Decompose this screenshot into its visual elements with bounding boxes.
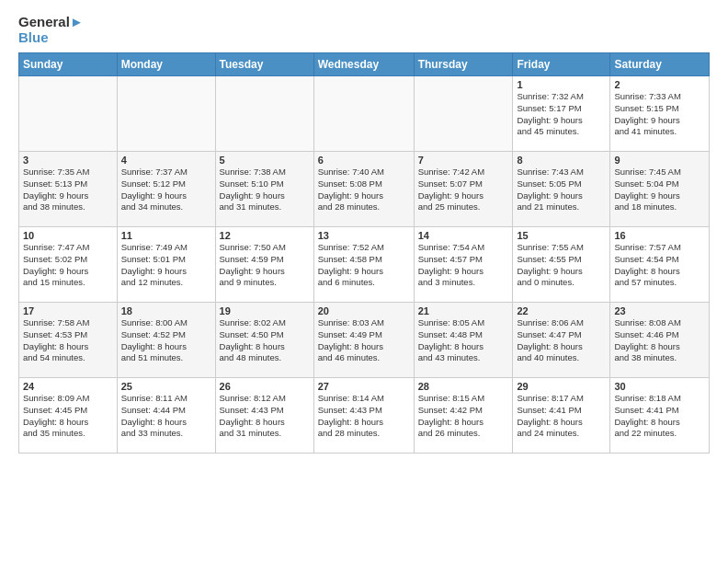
page: General► Blue SundayMondayTuesdayWednesd… (0, 0, 728, 463)
day-number: 2 (614, 79, 705, 90)
day-info: Sunrise: 7:45 AM Sunset: 5:04 PM Dayligh… (614, 167, 705, 213)
weekday-header: Thursday (414, 53, 513, 76)
day-number: 16 (614, 230, 705, 241)
calendar-header-row: SundayMondayTuesdayWednesdayThursdayFrid… (19, 53, 710, 76)
day-info: Sunrise: 7:52 AM Sunset: 4:58 PM Dayligh… (318, 242, 410, 289)
weekday-header: Saturday (610, 53, 710, 76)
calendar-week-row: 3Sunrise: 7:35 AM Sunset: 5:13 PM Daylig… (19, 152, 710, 227)
day-number: 24 (23, 381, 113, 392)
day-info: Sunrise: 7:43 AM Sunset: 5:05 PM Dayligh… (517, 167, 606, 213)
weekday-header: Sunday (19, 53, 118, 76)
day-number: 13 (318, 230, 410, 241)
calendar-cell: 9Sunrise: 7:45 AM Sunset: 5:04 PM Daylig… (610, 152, 710, 227)
calendar-cell: 24Sunrise: 8:09 AM Sunset: 4:45 PM Dayli… (19, 378, 118, 454)
day-number: 11 (121, 230, 211, 241)
calendar-cell: 19Sunrise: 8:02 AM Sunset: 4:50 PM Dayli… (215, 303, 313, 378)
calendar-cell (19, 76, 118, 152)
calendar-week-row: 1Sunrise: 7:32 AM Sunset: 5:17 PM Daylig… (19, 76, 710, 152)
calendar-cell: 28Sunrise: 8:15 AM Sunset: 4:42 PM Dayli… (414, 378, 513, 454)
calendar-cell: 20Sunrise: 8:03 AM Sunset: 4:49 PM Dayli… (313, 303, 414, 378)
weekday-header: Monday (117, 53, 215, 76)
day-info: Sunrise: 8:11 AM Sunset: 4:44 PM Dayligh… (121, 393, 211, 440)
calendar-cell (414, 76, 513, 152)
day-info: Sunrise: 8:09 AM Sunset: 4:45 PM Dayligh… (23, 393, 113, 440)
calendar-cell (313, 76, 414, 152)
day-number: 17 (23, 305, 113, 316)
calendar-cell: 3Sunrise: 7:35 AM Sunset: 5:13 PM Daylig… (19, 152, 118, 227)
day-info: Sunrise: 7:32 AM Sunset: 5:17 PM Dayligh… (517, 91, 606, 138)
day-number: 7 (418, 155, 509, 166)
calendar-cell: 25Sunrise: 8:11 AM Sunset: 4:44 PM Dayli… (117, 378, 215, 454)
day-info: Sunrise: 7:33 AM Sunset: 5:15 PM Dayligh… (614, 91, 705, 138)
day-number: 27 (318, 381, 410, 392)
day-number: 23 (614, 305, 705, 316)
day-number: 26 (220, 381, 310, 392)
day-number: 6 (318, 155, 410, 166)
logo-line1: General► (18, 15, 84, 30)
calendar-cell: 29Sunrise: 8:17 AM Sunset: 4:41 PM Dayli… (513, 378, 610, 454)
day-info: Sunrise: 7:54 AM Sunset: 4:57 PM Dayligh… (418, 242, 509, 289)
header: General► Blue (18, 15, 710, 45)
day-info: Sunrise: 7:55 AM Sunset: 4:55 PM Dayligh… (517, 242, 606, 289)
day-info: Sunrise: 7:37 AM Sunset: 5:12 PM Dayligh… (121, 167, 211, 213)
day-info: Sunrise: 8:18 AM Sunset: 4:41 PM Dayligh… (614, 393, 705, 440)
calendar-week-row: 10Sunrise: 7:47 AM Sunset: 5:02 PM Dayli… (19, 227, 710, 303)
day-info: Sunrise: 8:15 AM Sunset: 4:42 PM Dayligh… (418, 393, 509, 440)
calendar-cell (117, 76, 215, 152)
day-info: Sunrise: 8:05 AM Sunset: 4:48 PM Dayligh… (418, 317, 509, 364)
day-info: Sunrise: 8:00 AM Sunset: 4:52 PM Dayligh… (121, 317, 211, 364)
weekday-header: Friday (513, 53, 610, 76)
calendar-cell: 22Sunrise: 8:06 AM Sunset: 4:47 PM Dayli… (513, 303, 610, 378)
calendar-cell (215, 76, 313, 152)
day-info: Sunrise: 8:06 AM Sunset: 4:47 PM Dayligh… (517, 317, 606, 364)
day-number: 29 (517, 381, 606, 392)
day-info: Sunrise: 7:38 AM Sunset: 5:10 PM Dayligh… (220, 167, 310, 213)
day-info: Sunrise: 8:03 AM Sunset: 4:49 PM Dayligh… (318, 317, 410, 364)
day-number: 8 (517, 155, 606, 166)
calendar-cell: 13Sunrise: 7:52 AM Sunset: 4:58 PM Dayli… (313, 227, 414, 303)
day-info: Sunrise: 7:35 AM Sunset: 5:13 PM Dayligh… (23, 167, 113, 213)
calendar-cell: 6Sunrise: 7:40 AM Sunset: 5:08 PM Daylig… (313, 152, 414, 227)
calendar-cell: 7Sunrise: 7:42 AM Sunset: 5:07 PM Daylig… (414, 152, 513, 227)
calendar-cell: 17Sunrise: 7:58 AM Sunset: 4:53 PM Dayli… (19, 303, 118, 378)
day-number: 3 (23, 155, 113, 166)
calendar-week-row: 24Sunrise: 8:09 AM Sunset: 4:45 PM Dayli… (19, 378, 710, 454)
day-number: 12 (220, 230, 310, 241)
logo: General► Blue (18, 15, 84, 45)
weekday-header: Wednesday (313, 53, 414, 76)
weekday-header: Tuesday (215, 53, 313, 76)
calendar-table: SundayMondayTuesdayWednesdayThursdayFrid… (18, 52, 710, 454)
day-number: 22 (517, 305, 606, 316)
calendar-cell: 2Sunrise: 7:33 AM Sunset: 5:15 PM Daylig… (610, 76, 710, 152)
day-number: 19 (220, 305, 310, 316)
day-number: 4 (121, 155, 211, 166)
day-number: 25 (121, 381, 211, 392)
day-info: Sunrise: 7:42 AM Sunset: 5:07 PM Dayligh… (418, 167, 509, 213)
logo-line2: Blue (18, 30, 84, 46)
calendar-cell: 11Sunrise: 7:49 AM Sunset: 5:01 PM Dayli… (117, 227, 215, 303)
calendar-cell: 18Sunrise: 8:00 AM Sunset: 4:52 PM Dayli… (117, 303, 215, 378)
day-info: Sunrise: 8:02 AM Sunset: 4:50 PM Dayligh… (220, 317, 310, 364)
calendar-cell: 4Sunrise: 7:37 AM Sunset: 5:12 PM Daylig… (117, 152, 215, 227)
calendar-cell: 30Sunrise: 8:18 AM Sunset: 4:41 PM Dayli… (610, 378, 710, 454)
day-number: 14 (418, 230, 509, 241)
day-number: 15 (517, 230, 606, 241)
day-info: Sunrise: 8:08 AM Sunset: 4:46 PM Dayligh… (614, 317, 705, 364)
calendar-cell: 8Sunrise: 7:43 AM Sunset: 5:05 PM Daylig… (513, 152, 610, 227)
day-number: 5 (220, 155, 310, 166)
calendar-cell: 16Sunrise: 7:57 AM Sunset: 4:54 PM Dayli… (610, 227, 710, 303)
day-number: 10 (23, 230, 113, 241)
day-info: Sunrise: 8:14 AM Sunset: 4:43 PM Dayligh… (318, 393, 410, 440)
day-info: Sunrise: 7:47 AM Sunset: 5:02 PM Dayligh… (23, 242, 113, 289)
day-number: 30 (614, 381, 705, 392)
calendar-cell: 26Sunrise: 8:12 AM Sunset: 4:43 PM Dayli… (215, 378, 313, 454)
calendar-cell: 12Sunrise: 7:50 AM Sunset: 4:59 PM Dayli… (215, 227, 313, 303)
calendar-cell: 5Sunrise: 7:38 AM Sunset: 5:10 PM Daylig… (215, 152, 313, 227)
calendar-cell: 21Sunrise: 8:05 AM Sunset: 4:48 PM Dayli… (414, 303, 513, 378)
calendar-cell: 1Sunrise: 7:32 AM Sunset: 5:17 PM Daylig… (513, 76, 610, 152)
calendar-cell: 15Sunrise: 7:55 AM Sunset: 4:55 PM Dayli… (513, 227, 610, 303)
day-number: 18 (121, 305, 211, 316)
day-number: 21 (418, 305, 509, 316)
day-info: Sunrise: 7:58 AM Sunset: 4:53 PM Dayligh… (23, 317, 113, 364)
calendar-cell: 14Sunrise: 7:54 AM Sunset: 4:57 PM Dayli… (414, 227, 513, 303)
